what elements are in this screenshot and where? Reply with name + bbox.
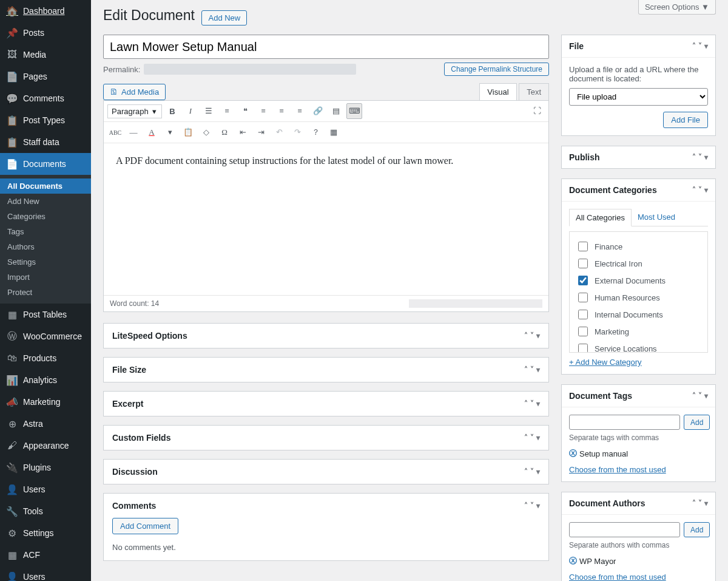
bullet-list-icon[interactable]: ☰ (201, 103, 217, 119)
more-icon[interactable]: ▤ (328, 103, 344, 119)
caret-up-icon[interactable]: ˄ (524, 399, 528, 408)
category-checkbox[interactable] (578, 242, 588, 251)
tab-text[interactable]: Text (519, 83, 549, 100)
caret-down-icon[interactable]: ˅ (530, 501, 534, 510)
italic-icon[interactable]: I (183, 103, 198, 119)
sidebar-subitem-import[interactable]: Import (0, 270, 91, 285)
title-input[interactable] (103, 35, 549, 59)
remove-author-icon[interactable]: ⓧ (569, 556, 577, 566)
category-checkbox[interactable] (578, 310, 588, 319)
sidebar-item-post-types[interactable]: 📋Post Types (0, 109, 91, 131)
sidebar-item-users[interactable]: 👤Users (0, 478, 91, 500)
caret-up-icon[interactable]: ˄ (524, 467, 528, 476)
sidebar-item-media[interactable]: 🖼Media (0, 44, 91, 66)
sidebar-item-marketing[interactable]: 📣Marketing (0, 391, 91, 413)
blockquote-icon[interactable]: ❝ (237, 103, 253, 119)
menu-icon[interactable]: ▾ (704, 153, 708, 161)
menu-icon[interactable]: ▾ (536, 399, 540, 408)
category-item[interactable]: Internal Documents (576, 306, 701, 323)
caret-up-icon[interactable]: ˄ (524, 365, 528, 374)
caret-down-icon[interactable]: ˅ (698, 42, 702, 50)
redo-icon[interactable]: ↷ (289, 124, 305, 140)
caret-up-icon[interactable]: ˄ (524, 501, 528, 510)
category-item[interactable]: Marketing (576, 323, 701, 340)
sidebar-item-plugins[interactable]: 🔌Plugins (0, 457, 91, 478)
sidebar-item-pages[interactable]: 📄Pages (0, 66, 91, 87)
change-permalink-button[interactable]: Change Permalink Structure (444, 63, 549, 76)
caret-up-icon[interactable]: ˄ (692, 392, 696, 400)
clear-format-icon[interactable]: ◇ (198, 124, 214, 140)
caret-down-icon[interactable]: ˅ (698, 153, 702, 161)
sidebar-subitem-protect[interactable]: Protect (0, 285, 91, 300)
author-input[interactable] (569, 522, 680, 537)
category-item[interactable]: External Documents (576, 272, 701, 289)
caret-down-icon[interactable]: ˅ (530, 433, 534, 442)
menu-icon[interactable]: ▾ (704, 392, 708, 400)
caret-down-icon[interactable]: ˅ (530, 399, 534, 408)
sidebar-subitem-tags[interactable]: Tags (0, 224, 91, 239)
outdent-icon[interactable]: ⇤ (235, 124, 251, 140)
caret-up-icon[interactable]: ˄ (692, 186, 696, 194)
remove-tag-icon[interactable]: ⓧ (569, 448, 577, 459)
add-new-button[interactable]: Add New (201, 10, 247, 25)
sidebar-item-dashboard[interactable]: 🏠Dashboard (0, 0, 91, 22)
menu-icon[interactable]: ▾ (536, 433, 540, 442)
sidebar-item-tools[interactable]: 🔧Tools (0, 500, 91, 522)
sidebar-item-documents[interactable]: 📄Documents (0, 153, 91, 175)
text-color-dropdown-icon[interactable]: ▾ (162, 124, 178, 140)
category-checkbox[interactable] (578, 259, 588, 268)
sidebar-item-settings[interactable]: ⚙Settings (0, 522, 91, 544)
caret-down-icon[interactable]: ˅ (530, 467, 534, 476)
add-file-button[interactable]: Add File (663, 112, 708, 128)
bold-icon[interactable]: B (164, 103, 180, 119)
caret-up-icon[interactable]: ˄ (692, 153, 696, 161)
strikethrough-icon[interactable]: ABC (107, 124, 123, 140)
tab-visual[interactable]: Visual (479, 83, 516, 100)
paste-text-icon[interactable]: 📋 (180, 124, 196, 140)
caret-down-icon[interactable]: ˅ (530, 365, 534, 374)
choose-authors-link[interactable]: Choose from the most used (569, 573, 666, 581)
sidebar-item-posts[interactable]: 📌Posts (0, 22, 91, 44)
add-tag-button[interactable]: Add (684, 415, 710, 430)
file-select[interactable]: File upload (569, 88, 708, 106)
caret-up-icon[interactable]: ˄ (524, 331, 528, 340)
category-item[interactable]: Human Resources (576, 289, 701, 306)
sidebar-item-acf[interactable]: ▦ACF (0, 544, 91, 566)
menu-icon[interactable]: ▾ (704, 186, 708, 194)
special-char-icon[interactable]: Ω (217, 124, 232, 140)
sidebar-item-woocommerce[interactable]: ⓌWooCommerce (0, 325, 91, 347)
category-item[interactable]: Finance (576, 238, 701, 255)
add-new-category-link[interactable]: + Add New Category (569, 358, 642, 367)
caret-down-icon[interactable]: ˅ (698, 392, 702, 400)
add-author-button[interactable]: Add (684, 522, 710, 537)
category-checkbox[interactable] (578, 276, 588, 285)
fullscreen-icon[interactable]: ⛶ (529, 103, 545, 119)
add-comment-button[interactable]: Add Comment (112, 518, 178, 534)
link-icon[interactable]: 🔗 (310, 103, 326, 119)
category-checkbox[interactable] (578, 327, 588, 336)
sidebar-subitem-categories[interactable]: Categories (0, 209, 91, 224)
sidebar-subitem-all-documents[interactable]: All Documents (0, 178, 91, 194)
menu-icon[interactable]: ▾ (536, 331, 540, 340)
screen-options-button[interactable]: Screen Options ▼ (638, 0, 716, 15)
menu-icon[interactable]: ▾ (704, 499, 708, 508)
permalink-value[interactable] (144, 64, 356, 75)
caret-up-icon[interactable]: ˄ (692, 42, 696, 50)
editor-content[interactable]: A PDF document containing setup instruct… (104, 143, 548, 295)
tab-all-categories[interactable]: All Categories (569, 209, 632, 226)
help-icon[interactable]: ？ (308, 124, 323, 140)
caret-up-icon[interactable]: ˄ (524, 433, 528, 442)
menu-icon[interactable]: ▾ (536, 501, 540, 510)
align-center-icon[interactable]: ≡ (274, 103, 289, 119)
table-icon[interactable]: ▦ (326, 124, 342, 140)
caret-up-icon[interactable]: ˄ (692, 499, 696, 508)
menu-icon[interactable]: ▾ (704, 42, 708, 50)
indent-icon[interactable]: ⇥ (253, 124, 269, 140)
align-right-icon[interactable]: ≡ (292, 103, 308, 119)
undo-icon[interactable]: ↶ (271, 124, 287, 140)
sidebar-subitem-add-new[interactable]: Add New (0, 194, 91, 209)
category-item[interactable]: Electrical Iron (576, 255, 701, 272)
tag-input[interactable] (569, 415, 680, 430)
hr-icon[interactable]: — (126, 124, 141, 140)
align-left-icon[interactable]: ≡ (255, 103, 271, 119)
